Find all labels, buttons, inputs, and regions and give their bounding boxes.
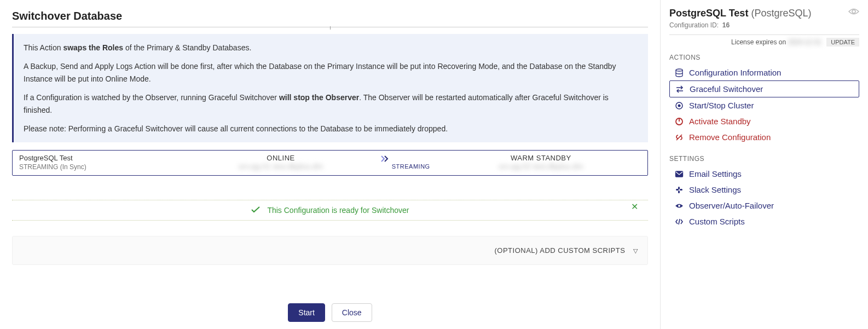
info-box: This Action swaps the Roles of the Prima… — [12, 34, 648, 142]
main-panel: Switchover Database This Action swaps th… — [0, 0, 660, 329]
license-row: License expires on 2024-12-31 UPDATE — [669, 38, 859, 46]
sidebar-item-label: Custom Scripts — [689, 217, 745, 226]
check-icon — [251, 206, 262, 215]
svg-rect-8 — [676, 189, 679, 191]
info-line-1: This Action swaps the Roles of the Prima… — [24, 42, 638, 54]
sidebar-item-start-stop[interactable]: Start/Stop Cluster — [669, 97, 859, 113]
status-stream-label: STREAMING — [381, 163, 441, 170]
sidebar-item-label: Remove Configuration — [689, 132, 771, 142]
unlink-icon — [675, 133, 684, 142]
mail-icon — [675, 170, 684, 178]
status-primary-label: ONLINE — [181, 154, 380, 162]
status-standby: WARM STANDBY srv-pg-02 test.dbplus.dm — [441, 154, 641, 171]
divider — [12, 27, 648, 27]
slack-icon — [675, 186, 684, 194]
sidebar-item-observer[interactable]: Observer/Auto-Failover — [669, 198, 859, 213]
sidebar-item-custom-scripts[interactable]: Custom Scripts — [669, 213, 859, 229]
status-primary: ONLINE srv-pg-01 test.dbplus.dm — [181, 154, 380, 171]
svg-rect-9 — [680, 189, 682, 191]
info-line-3: If a Configuration is watched by the Obs… — [24, 91, 638, 116]
sidebar-divider — [669, 34, 859, 35]
sidebar-item-slack[interactable]: Slack Settings — [669, 182, 859, 198]
sidebar-item-config-info[interactable]: Configuration Information — [669, 65, 859, 80]
status-config: PostgreSQL Test STREAMING (In Sync) — [19, 154, 181, 171]
sidebar-config-id: Configuration ID: 16 — [669, 21, 859, 29]
sidebar-item-label: Graceful Switchover — [690, 84, 763, 94]
settings-heading: SETTINGS — [669, 155, 859, 163]
optional-label: (OPTIONAL) ADD CUSTOM SCRIPTS — [494, 246, 625, 255]
sidebar-item-label: Email Settings — [689, 169, 742, 178]
sidebar-title: PostgreSQL Test — [669, 8, 748, 19]
sidebar-item-graceful-switchover[interactable]: Graceful Switchover — [669, 80, 859, 97]
sidebar-header: PostgreSQL Test (PostgreSQL) Configurati… — [669, 8, 859, 29]
status-config-name: PostgreSQL Test — [19, 154, 181, 162]
info-line-4: Please note: Performing a Graceful Switc… — [24, 123, 638, 135]
status-primary-host: srv-pg-01 test.dbplus.dm — [239, 162, 323, 171]
stream-arrow-icon — [381, 155, 441, 162]
license-date: 2024-12-31 — [788, 38, 821, 46]
ready-text: This Configuration is ready for Switchov… — [267, 206, 409, 215]
status-stream: STREAMING — [381, 155, 441, 170]
close-notice-icon[interactable]: ✕ — [631, 201, 638, 212]
right-sidebar: PostgreSQL Test (PostgreSQL) Configurati… — [660, 0, 868, 329]
power-icon — [675, 117, 684, 126]
code-icon — [675, 217, 684, 226]
sidebar-item-label: Observer/Auto-Failover — [689, 201, 774, 210]
sidebar-item-label: Activate Standby — [689, 117, 751, 126]
svg-rect-11 — [678, 191, 680, 193]
svg-point-1 — [676, 69, 682, 71]
ready-notice: This Configuration is ready for Switchov… — [12, 200, 648, 221]
page-title: Switchover Database — [12, 10, 648, 22]
optional-scripts-bar[interactable]: (OPTIONAL) ADD CUSTOM SCRIPTS ▽ — [12, 236, 648, 265]
status-card: PostgreSQL Test STREAMING (In Sync) ONLI… — [12, 150, 648, 176]
eye-icon — [675, 201, 684, 210]
svg-rect-10 — [678, 187, 680, 189]
sidebar-type: (PostgreSQL) — [751, 8, 811, 19]
svg-point-0 — [852, 10, 855, 13]
swap-icon — [675, 85, 684, 94]
update-license-button[interactable]: UPDATE — [826, 38, 859, 47]
info-line-2: A Backup, Send and Apply Logs Action wil… — [24, 60, 638, 85]
sidebar-item-remove-config[interactable]: Remove Configuration — [669, 129, 859, 145]
actions-heading: ACTIONS — [669, 54, 859, 61]
close-button[interactable]: Close — [332, 303, 372, 322]
record-icon — [675, 101, 684, 110]
status-standby-label: WARM STANDBY — [441, 154, 641, 162]
database-icon — [675, 68, 684, 77]
sidebar-item-activate-standby[interactable]: Activate Standby — [669, 113, 859, 129]
chevron-down-icon: ▽ — [633, 247, 638, 255]
svg-point-12 — [678, 205, 680, 207]
button-row: Start Close — [12, 303, 648, 322]
status-config-sub: STREAMING (In Sync) — [19, 163, 181, 171]
svg-point-3 — [678, 104, 681, 107]
start-button[interactable]: Start — [288, 303, 325, 322]
status-standby-host: srv-pg-02 test.dbplus.dm — [499, 162, 583, 171]
sidebar-item-label: Start/Stop Cluster — [689, 101, 754, 110]
sidebar-item-email[interactable]: Email Settings — [669, 166, 859, 182]
sidebar-item-label: Configuration Information — [689, 68, 781, 77]
sidebar-item-label: Slack Settings — [689, 185, 741, 194]
visibility-icon[interactable] — [848, 8, 859, 15]
